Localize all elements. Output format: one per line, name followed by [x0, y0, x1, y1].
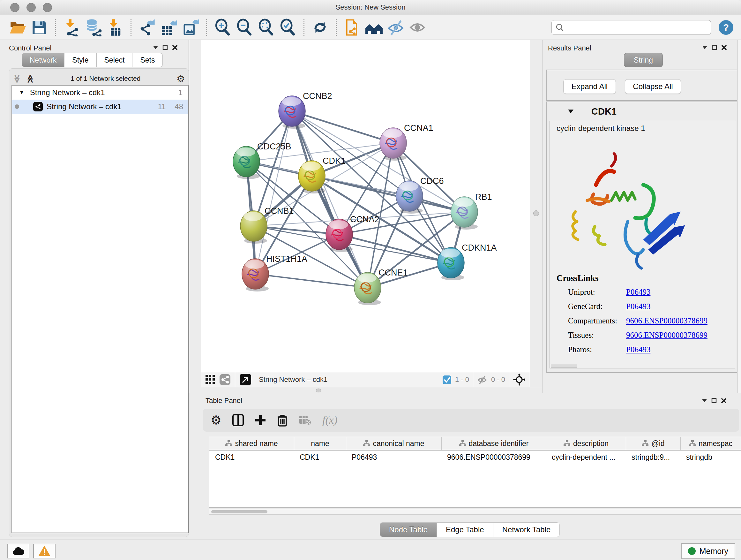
results-scrollbar-stub[interactable] [551, 364, 577, 368]
crosslink-link[interactable]: P06493 [626, 345, 650, 354]
table-horizontal-scrollbar[interactable] [209, 509, 741, 515]
column-header[interactable]: @id [626, 437, 680, 450]
column-header[interactable]: canonical name [346, 437, 441, 450]
tab-edge-table[interactable]: Edge Table [437, 522, 493, 537]
close-panel-icon[interactable] [172, 45, 178, 50]
hide-unhide-button[interactable] [386, 17, 406, 37]
splitter-handle[interactable] [533, 210, 539, 216]
memory-button[interactable]: Memory [681, 543, 735, 559]
zoom-fit-button[interactable] [256, 17, 276, 37]
collection-expand-icon[interactable]: ▼ [19, 90, 24, 96]
network-node-RB1[interactable]: RB1 [451, 192, 492, 230]
table-cell[interactable]: CDK1 [294, 450, 346, 464]
expand-all-icon[interactable]: ≫ [25, 74, 35, 83]
open-session-button[interactable] [8, 17, 27, 37]
column-header[interactable]: namespac [680, 437, 741, 450]
table-cell[interactable]: P06493 [346, 450, 441, 464]
network-edge[interactable] [339, 234, 451, 263]
expand-all-button[interactable]: Expand All [563, 79, 616, 94]
grid-view-icon[interactable] [205, 375, 215, 384]
zoom-out-button[interactable] [234, 17, 254, 37]
network-node-CCNB1[interactable]: CCNB1 [240, 206, 294, 244]
tab-network[interactable]: Network [22, 53, 64, 67]
gene-result-header[interactable]: CDK1 [549, 104, 734, 119]
table-cell[interactable]: 9606.ENSP00000378699 [441, 450, 546, 464]
home-button[interactable] [364, 17, 384, 37]
network-collection-row[interactable]: ▼ String Network – cdk1 1 [12, 85, 188, 100]
float-panel-icon[interactable] [162, 45, 168, 50]
node-table[interactable]: shared namenamecanonical namedatabase id… [209, 437, 741, 508]
column-header[interactable]: name [294, 437, 346, 450]
collapse-gene-icon[interactable] [568, 110, 574, 113]
tab-sets[interactable]: Sets [132, 53, 163, 67]
help-button[interactable]: ? [719, 20, 733, 35]
network-node-CDKN1A[interactable]: CDKN1A [437, 243, 497, 280]
right-splitter[interactable] [530, 40, 543, 387]
left-splitter[interactable] [189, 40, 202, 393]
collapse-all-button[interactable]: Collapse All [625, 79, 681, 94]
tab-network-table[interactable]: Network Table [493, 522, 560, 537]
table-cell[interactable]: CDK1 [209, 450, 294, 464]
warning-status-button[interactable] [33, 544, 56, 558]
function-builder-icon[interactable]: f(x) [322, 414, 337, 426]
network-row-selected[interactable]: String Network – cdk1 11 48 [12, 100, 188, 114]
crosslink-link[interactable]: P06493 [626, 302, 650, 311]
show-columns-icon[interactable] [232, 414, 244, 426]
panel-menu-icon[interactable] [702, 46, 707, 49]
network-node-CDC6[interactable]: CDC6 [396, 176, 444, 213]
close-panel-icon[interactable] [721, 398, 726, 403]
gear-icon[interactable]: ⚙ [177, 73, 185, 84]
close-panel-icon[interactable] [722, 45, 727, 50]
duplicate-network-button[interactable] [342, 17, 362, 37]
export-network-button[interactable] [137, 17, 157, 37]
panel-menu-icon[interactable] [153, 46, 158, 49]
birdseye-view-icon[interactable] [240, 374, 251, 385]
export-image-button[interactable] [181, 17, 200, 37]
fit-content-crosshair-icon[interactable] [513, 374, 525, 386]
import-network-button[interactable] [62, 17, 81, 37]
network-edge[interactable] [255, 274, 367, 288]
import-database-button[interactable] [83, 17, 103, 37]
column-header[interactable]: description [546, 437, 626, 450]
save-session-button[interactable] [29, 17, 49, 37]
search-input[interactable] [566, 23, 707, 32]
crosslink-link[interactable]: P06493 [626, 288, 650, 297]
selected-checkbox-icon[interactable] [443, 375, 451, 384]
tab-style[interactable]: Style [64, 53, 96, 67]
add-column-icon[interactable] [255, 415, 266, 426]
network-canvas[interactable]: CCNB2CCNA1CDC25BCDK1CDC6RB1CCNB1CCNA2CDK… [201, 40, 530, 372]
panel-menu-icon[interactable] [702, 399, 707, 402]
zoom-in-button[interactable] [213, 17, 232, 37]
float-panel-icon[interactable] [712, 45, 717, 50]
scrollbar-thumb[interactable] [211, 510, 267, 513]
column-header[interactable]: shared name [209, 437, 294, 450]
minimize-window-button[interactable] [26, 3, 36, 12]
cloud-status-button[interactable] [7, 544, 29, 558]
table-settings-gear-icon[interactable]: ⚙ [211, 413, 221, 427]
hidden-eye-slash-icon[interactable] [477, 374, 487, 385]
tab-string[interactable]: String [624, 53, 663, 67]
network-graph[interactable]: CCNB2CCNA1CDC25BCDK1CDC6RB1CCNB1CCNA2CDK… [201, 40, 530, 372]
table-cell[interactable]: stringdb [680, 450, 741, 464]
close-window-button[interactable] [10, 3, 19, 12]
network-view-icon[interactable] [219, 374, 230, 385]
show-hidden-button[interactable] [408, 17, 427, 37]
splitter-handle[interactable] [316, 388, 321, 392]
search-box[interactable] [551, 20, 711, 35]
export-table-button[interactable] [159, 17, 179, 37]
delete-table-icon[interactable] [299, 415, 312, 426]
import-table-button[interactable] [105, 17, 125, 37]
table-row[interactable]: CDK1CDK1P064939606.ENSP00000378699cyclin… [209, 450, 741, 464]
network-edge[interactable] [292, 111, 464, 212]
column-header[interactable]: database identifier [441, 437, 546, 450]
tab-select[interactable]: Select [97, 53, 133, 67]
zoom-selected-button[interactable] [278, 17, 298, 37]
float-panel-icon[interactable] [711, 398, 717, 403]
network-node-CCNE1[interactable]: CCNE1 [354, 268, 408, 305]
tab-node-table[interactable]: Node Table [380, 522, 437, 537]
network-node-CCNA2[interactable]: CCNA2 [326, 214, 380, 252]
delete-column-trash-icon[interactable] [277, 414, 288, 427]
table-cell[interactable]: cyclin-dependent ... [546, 450, 626, 464]
table-cell[interactable]: stringdb:9... [626, 450, 680, 464]
refresh-button[interactable] [310, 17, 330, 37]
